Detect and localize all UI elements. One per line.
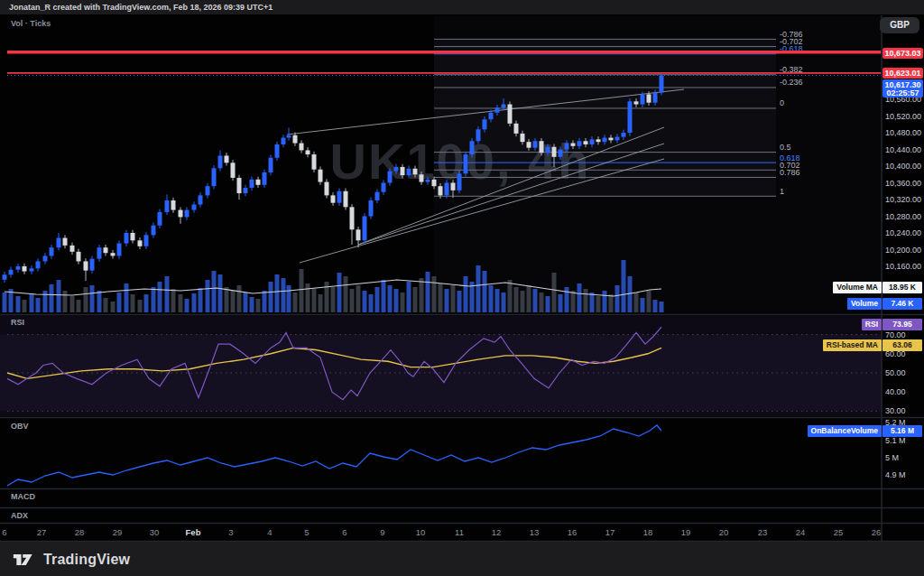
volume-label: Volume (847, 298, 882, 310)
footer-bar: TradingView (0, 542, 924, 576)
svg-text:70.00: 70.00 (885, 330, 906, 339)
currency-toggle-button[interactable]: GBP (880, 17, 919, 33)
volume-ma-value: 18.95 K (882, 282, 922, 293)
svg-text:10: 10 (416, 527, 426, 537)
svg-text:24: 24 (796, 527, 806, 537)
alert-upper-price-label[interactable]: 10,673.03 (882, 48, 923, 59)
svg-text:29: 29 (113, 527, 123, 537)
rsi-ma-tag: RSI-based MA 63.06 (823, 339, 882, 351)
svg-text:4: 4 (267, 527, 272, 537)
svg-text:10,440.00: 10,440.00 (885, 145, 921, 154)
rsi-ma-value: 63.06 (882, 339, 922, 351)
svg-text:9: 9 (380, 527, 384, 537)
obv-pane-title[interactable]: OBV (11, 422, 29, 431)
svg-text:10,240.00: 10,240.00 (885, 228, 921, 237)
macd-pane-title[interactable]: MACD (11, 492, 35, 501)
svg-text:12: 12 (492, 527, 502, 537)
svg-text:4.9 M: 4.9 M (885, 470, 906, 479)
tradingview-brand[interactable]: TradingView (13, 550, 130, 570)
svg-text:10,280.00: 10,280.00 (885, 212, 921, 221)
adx-pane-title[interactable]: ADX (11, 511, 28, 520)
chart-canvas[interactable]: -0.786-0.702-0.618-0.382-0.23600.50.6180… (0, 0, 924, 576)
volume-ma-label: Volume MA (833, 282, 882, 293)
rsi-tag: RSI 73.95 (862, 319, 882, 330)
obv-value-tag: OnBalanceVolume 5.16 M (808, 425, 882, 437)
fib-zone-background (434, 16, 882, 313)
time-axis-labels[interactable]: 627282930Feb3456910111213161718192023242… (2, 527, 881, 537)
svg-text:10,200.00: 10,200.00 (885, 246, 921, 255)
rsi-label: RSI (862, 319, 882, 330)
brand-wordmark: TradingView (43, 552, 130, 568)
rsi-pane-title[interactable]: RSI (11, 318, 24, 327)
svg-text:30.00: 30.00 (885, 406, 906, 415)
svg-text:10,400.00: 10,400.00 (885, 162, 921, 171)
obv-value-label: OnBalanceVolume (808, 425, 882, 437)
svg-text:5 M: 5 M (885, 453, 899, 462)
svg-text:Feb: Feb (186, 527, 201, 537)
svg-text:40.00: 40.00 (885, 387, 906, 396)
svg-text:28: 28 (75, 527, 85, 537)
volume-ma-tag: Volume MA 18.95 K (833, 282, 882, 293)
svg-text:10,480.00: 10,480.00 (885, 128, 921, 137)
svg-text:20: 20 (719, 527, 729, 537)
svg-text:30: 30 (150, 527, 160, 537)
svg-text:10,160.00: 10,160.00 (885, 262, 921, 271)
svg-text:10,320.00: 10,320.00 (885, 195, 921, 204)
volume-value: 7.46 K (882, 298, 922, 310)
tradingview-logo-icon (13, 550, 36, 570)
svg-text:27: 27 (37, 527, 47, 537)
alert-lower-price-label[interactable]: 10,623.01 (882, 68, 923, 79)
svg-text:23: 23 (758, 527, 768, 537)
svg-text:6: 6 (342, 527, 346, 537)
svg-text:3: 3 (228, 527, 233, 537)
svg-text:0.5: 0.5 (780, 143, 791, 152)
svg-text:5.1 M: 5.1 M (885, 436, 906, 445)
svg-text:10,360.00: 10,360.00 (885, 179, 921, 188)
rsi-ma-label: RSI-based MA (823, 339, 882, 351)
svg-text:50.00: 50.00 (885, 368, 906, 377)
svg-text:6: 6 (2, 527, 6, 537)
svg-text:25: 25 (834, 527, 844, 537)
svg-text:13: 13 (530, 527, 540, 537)
svg-text:1: 1 (780, 187, 784, 196)
svg-text:10,520.00: 10,520.00 (885, 112, 921, 121)
svg-text:18: 18 (643, 527, 653, 537)
bar-countdown: 02:25:57 (882, 89, 923, 98)
svg-text:5: 5 (304, 527, 309, 537)
volume-tag: Volume 7.46 K (847, 298, 882, 310)
svg-text:0.786: 0.786 (780, 168, 800, 177)
svg-text:16: 16 (568, 527, 578, 537)
svg-text:0: 0 (780, 98, 784, 107)
rsi-value: 73.95 (882, 319, 922, 330)
obv-value: 5.16 M (882, 425, 922, 437)
pane-legend-volume[interactable]: Vol · Ticks (11, 19, 51, 28)
svg-text:26: 26 (872, 527, 882, 537)
svg-text:17: 17 (605, 527, 615, 537)
svg-text:11: 11 (455, 527, 464, 537)
tradingview-window: Jonatan_R created with TradingView.com, … (0, 0, 924, 576)
svg-text:-0.236: -0.236 (780, 78, 803, 87)
last-price-label[interactable]: 10,617.30 02:25:57 (882, 79, 923, 98)
svg-text:19: 19 (681, 527, 691, 537)
obv-line (7, 425, 661, 486)
